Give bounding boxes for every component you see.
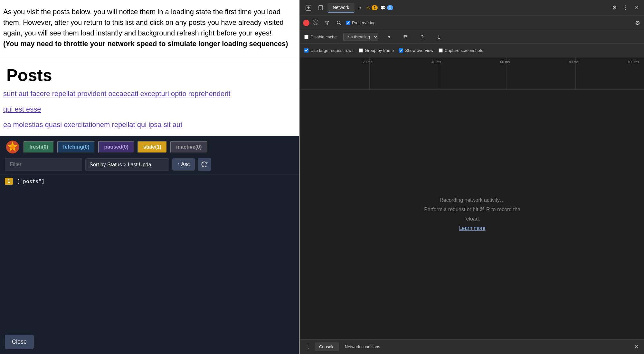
device-icon [318,5,324,11]
post-link-3[interactable]: ea molestias quasi exercitationem repell… [3,121,296,129]
post-link-1[interactable]: sunt aut facere repellat provident occae… [3,90,296,98]
more-options-button[interactable]: ⋮ [620,3,631,13]
posts-links: sunt aut facere repellat provident occae… [0,90,299,136]
asc-button[interactable]: ↑ Asc [172,158,195,171]
inspect-icon [306,5,311,11]
upload-icon-button[interactable] [417,33,427,42]
tab-console[interactable]: Console [315,342,339,351]
svg-point-9 [337,21,340,24]
status-stale-button[interactable]: stale(1) [137,141,167,153]
react-query-devtools: fresh(0) fetching(0) paused(0) stale(1) … [0,136,299,354]
warning-icon: ⚠ [366,5,370,10]
intro-paragraph: As you visit the posts below, you will n… [3,6,292,49]
throttle-dropdown-button[interactable]: ▼ [385,33,394,41]
react-query-logo [5,139,20,155]
filter-input[interactable] [5,158,82,171]
bottom-dots-button[interactable]: ⋮ [303,342,313,352]
download-icon-button[interactable] [434,33,444,42]
use-large-rows-label[interactable]: Use large request rows [304,48,354,53]
svg-point-6 [320,9,321,9]
network-body: Recording network activity… Perform a re… [300,90,644,339]
warning-count: 1 [372,5,378,10]
table-row[interactable]: 1 ["posts"] [0,174,299,188]
intro-bold-text: (You may need to throttle your network s… [3,40,288,48]
timeline-label-60ms: 60 ms [500,60,510,64]
show-overview-checkbox[interactable] [399,48,403,53]
group-by-frame-label[interactable]: Group by frame [359,48,394,53]
close-button[interactable]: Close [5,335,34,349]
post-link-2[interactable]: qui est esse [3,105,296,113]
status-paused-button[interactable]: paused(0) [98,141,134,153]
warning-badge: ⚠ 1 [366,5,378,10]
posts-heading: Posts [6,65,296,85]
info-count: 1 [387,5,393,10]
network-options: Disable cache No throttling ▼ [300,30,644,44]
close-panel-button[interactable]: ✕ [632,3,641,13]
wifi-icon-button[interactable] [400,33,411,42]
stop-recording-button[interactable] [311,18,320,28]
tab-network-conditions[interactable]: Network conditions [340,342,385,351]
filter-sort-row: Sort by Status > Last Upda ↑ Asc [0,158,299,174]
preserve-log-checkbox[interactable] [346,21,350,25]
query-row-number: 1 [5,178,13,185]
network-timeline: 20 ms 40 ms 60 ms 80 ms 100 ms [300,57,644,90]
wifi-icon [403,34,408,40]
info-badge: 💬 1 [380,5,393,10]
network-toolbar: Preserve log ⚙ [300,15,644,30]
more-tabs-button[interactable]: » [356,3,364,13]
capture-screenshots-checkbox[interactable] [439,48,443,53]
disable-cache-checkbox[interactable] [304,35,308,39]
status-fetching-button[interactable]: fetching(0) [57,141,95,153]
timeline-label-80ms: 80 ms [569,60,579,64]
devtools-header: Network » ⚠ 1 💬 1 ⚙ ⋮ ✕ [300,0,644,15]
svg-point-2 [11,145,14,149]
filter-icon [324,20,329,25]
devtools-bottom-bar: ⋮ Console Network conditions ✕ [300,339,644,354]
info-icon: 💬 [380,5,386,10]
devtools-top-bar: fresh(0) fetching(0) paused(0) stale(1) … [0,136,299,158]
device-icon-button[interactable] [315,3,326,13]
capture-screenshots-label[interactable]: Capture screenshots [439,48,483,53]
refresh-icon [201,161,208,168]
network-settings-button[interactable]: ⚙ [634,18,641,28]
query-rows: 1 ["posts"] [0,174,299,354]
use-large-rows-checkbox[interactable] [304,48,308,53]
devtools-panel: Network » ⚠ 1 💬 1 ⚙ ⋮ ✕ [300,0,644,354]
main-content: As you visit the posts below, you will n… [0,0,299,354]
search-network-button[interactable] [334,18,344,27]
show-overview-label[interactable]: Show overview [399,48,433,53]
upload-icon [420,34,425,40]
group-by-frame-checkbox[interactable] [359,48,363,53]
show-overview-text: Show overview [405,48,433,53]
timeline-label-100ms: 100 ms [628,60,639,64]
inspect-icon-button[interactable] [303,3,314,13]
svg-line-8 [314,21,317,24]
filter-network-button[interactable] [322,18,332,27]
status-fresh-button[interactable]: fresh(0) [24,141,54,153]
svg-line-10 [340,24,341,25]
page-text-area: As you visit the posts below, you will n… [0,0,299,59]
capture-screenshots-text: Capture screenshots [445,48,483,53]
settings-button[interactable]: ⚙ [610,3,619,13]
sort-select[interactable]: Sort by Status > Last Upda [85,158,169,171]
intro-text: As you visit the posts below, you will n… [3,8,284,37]
learn-more-link[interactable]: Learn more [459,224,486,233]
tab-network[interactable]: Network [327,3,354,13]
group-by-frame-text: Group by frame [365,48,394,53]
disable-cache-label[interactable]: Disable cache [304,34,337,39]
preserve-log-label[interactable]: Preserve log [346,20,375,25]
network-filter-row: Use large request rows Group by frame Sh… [300,44,644,57]
query-row-value: ["posts"] [17,178,45,184]
search-icon [336,20,342,25]
throttle-select[interactable]: No throttling [343,33,378,41]
preserve-log-text: Preserve log [352,20,375,25]
use-large-rows-text: Use large request rows [310,48,354,53]
svg-marker-3 [205,162,208,164]
record-button[interactable] [303,20,309,26]
status-inactive-button[interactable]: inactive(0) [170,141,207,153]
close-bottom-button[interactable]: ✕ [631,342,641,352]
stop-icon [313,19,318,25]
timeline-label-40ms: 40 ms [431,60,441,64]
refresh-button[interactable] [198,158,211,171]
download-icon [436,34,441,40]
